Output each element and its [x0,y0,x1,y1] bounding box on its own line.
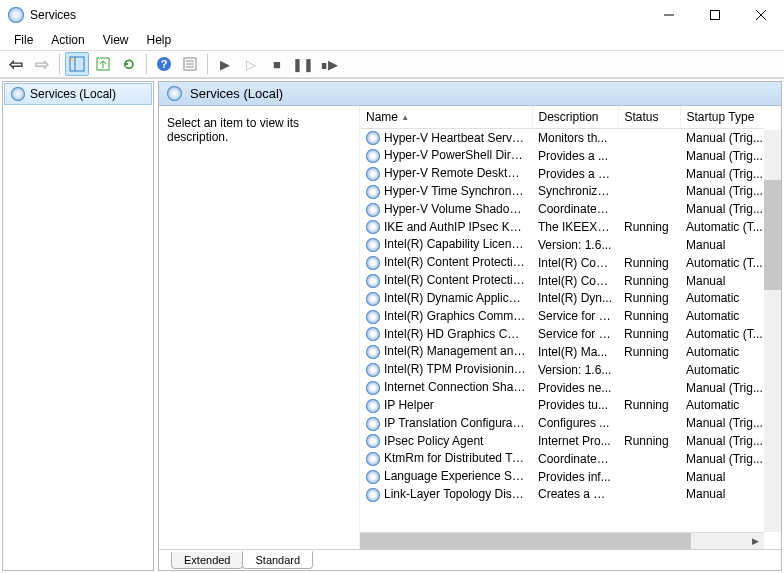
tree-pane[interactable]: Services (Local) [2,81,154,571]
cell-startup: Manual [680,236,764,254]
cell-status: Running [618,218,680,236]
vertical-scrollbar[interactable] [764,130,781,532]
table-row[interactable]: IPsec Policy AgentInternet Pro...Running… [360,432,764,450]
menu-action[interactable]: Action [43,31,92,49]
scroll-right-button[interactable]: ▶ [747,533,764,549]
refresh-button[interactable] [117,52,141,76]
cell-description: Provides ne... [532,379,618,397]
header-row: Name ▲ Description Status Startup Type L… [360,106,764,129]
table-row[interactable]: Intel(R) Capability Licensing...Version:… [360,236,764,254]
service-icon [366,292,380,306]
scrollbar-thumb[interactable] [764,180,781,290]
stop-service-button[interactable]: ■ [265,52,289,76]
menu-bar: File Action View Help [0,30,784,50]
cell-name: Intel(R) Management and S... [360,343,532,361]
col-name[interactable]: Name ▲ [360,106,532,129]
cell-description: Intel(R) Dyn... [532,289,618,307]
cell-status: Running [618,272,680,290]
forward-button[interactable]: ⇨ [30,52,54,76]
svg-rect-6 [71,58,74,61]
table-row[interactable]: Intel(R) Management and S...Intel(R) Ma.… [360,343,764,361]
table-row[interactable]: IKE and AuthIP IPsec Keying...The IKEEXT… [360,218,764,236]
table-row[interactable]: Hyper-V Remote Desktop Vi...Provides a p… [360,165,764,183]
table-row[interactable]: Hyper-V Volume Shadow C...Coordinates...… [360,200,764,218]
table-row[interactable]: Internet Connection Sharin...Provides ne… [360,379,764,397]
table-row[interactable]: Intel(R) Content Protection ...Intel(R) … [360,254,764,272]
maximize-button[interactable] [692,0,738,30]
table-row[interactable]: KtmRm for Distributed Tran...Coordinates… [360,450,764,468]
back-button[interactable]: ⇦ [4,52,28,76]
scrollbar-thumb[interactable] [360,533,691,549]
tab-standard[interactable]: Standard [242,551,313,569]
play-outline-icon: ▷ [246,58,256,71]
table-row[interactable]: Link-Layer Topology Discov...Creates a N… [360,486,764,504]
cell-startup: Manual (Trig... [680,379,764,397]
tab-extended[interactable]: Extended [171,552,243,569]
horizontal-scrollbar[interactable]: ▶ [360,532,764,549]
table-row[interactable]: Intel(R) HD Graphics Contro...Service fo… [360,325,764,343]
cell-startup: Automatic [680,396,764,414]
refresh-export-button[interactable] [91,52,115,76]
cell-startup: Automatic [680,361,764,379]
cell-description: Version: 1.6... [532,236,618,254]
cell-startup: Manual (Trig... [680,414,764,432]
service-icon [366,185,380,199]
cell-description: Configures ... [532,414,618,432]
pause-service-button[interactable]: ❚❚ [291,52,315,76]
col-startup[interactable]: Startup Type [680,106,764,129]
menu-file[interactable]: File [6,31,41,49]
cell-name: KtmRm for Distributed Tran... [360,450,532,468]
cell-name: Hyper-V PowerShell Direct ... [360,147,532,165]
cell-status [618,236,680,254]
service-icon [366,131,380,145]
cell-status: Running [618,343,680,361]
cell-status [618,129,680,147]
cell-name: IP Translation Configuration... [360,414,532,432]
service-list[interactable]: Name ▲ Description Status Startup Type L… [359,106,781,549]
separator [146,54,147,74]
cell-status [618,486,680,504]
start-service-button[interactable]: ▶ [213,52,237,76]
col-status[interactable]: Status [618,106,680,129]
cell-startup: Manual (Trig... [680,182,764,200]
table-row[interactable]: Intel(R) Dynamic Applicatio...Intel(R) D… [360,289,764,307]
menu-help[interactable]: Help [139,31,180,49]
help-button[interactable]: ? [152,52,176,76]
cell-startup: Automatic [680,307,764,325]
table-row[interactable]: Language Experience ServiceProvides inf.… [360,468,764,486]
cell-startup: Manual (Trig... [680,147,764,165]
start-service-alt-button[interactable]: ▷ [239,52,263,76]
pause-icon: ❚❚ [292,58,314,71]
cell-name: Hyper-V Heartbeat Service [360,129,532,147]
separator [207,54,208,74]
cell-startup: Automatic (T... [680,325,764,343]
properties-button[interactable] [178,52,202,76]
restart-service-button[interactable]: ∎▶ [317,52,341,76]
cell-description: Service for I... [532,307,618,325]
cell-description: Creates a N... [532,486,618,504]
minimize-button[interactable] [646,0,692,30]
table-row[interactable]: Intel(R) Content Protection ...Intel(R) … [360,272,764,290]
table-row[interactable]: Hyper-V PowerShell Direct ...Provides a … [360,147,764,165]
cell-name: IKE and AuthIP IPsec Keying... [360,218,532,236]
table-row[interactable]: Intel(R) Graphics Command...Service for … [360,307,764,325]
cell-description: Coordinates... [532,200,618,218]
separator [59,54,60,74]
cell-name: Intel(R) TPM Provisioning S... [360,361,532,379]
show-hide-tree-button[interactable] [65,52,89,76]
col-description[interactable]: Description [532,106,618,129]
cell-status: Running [618,432,680,450]
service-icon [366,417,380,431]
table-row[interactable]: Hyper-V Heartbeat ServiceMonitors th...M… [360,129,764,147]
table-row[interactable]: IP Translation Configuration...Configure… [360,414,764,432]
svg-rect-1 [711,11,720,20]
cell-description: Provides a ... [532,147,618,165]
tree-root-services[interactable]: Services (Local) [4,83,152,105]
service-icon [366,203,380,217]
close-button[interactable] [738,0,784,30]
table-row[interactable]: Hyper-V Time Synchronizati...Synchronize… [360,182,764,200]
table-row[interactable]: Intel(R) TPM Provisioning S...Version: 1… [360,361,764,379]
cell-startup: Manual [680,486,764,504]
table-row[interactable]: IP HelperProvides tu...RunningAutomaticL… [360,396,764,414]
menu-view[interactable]: View [95,31,137,49]
